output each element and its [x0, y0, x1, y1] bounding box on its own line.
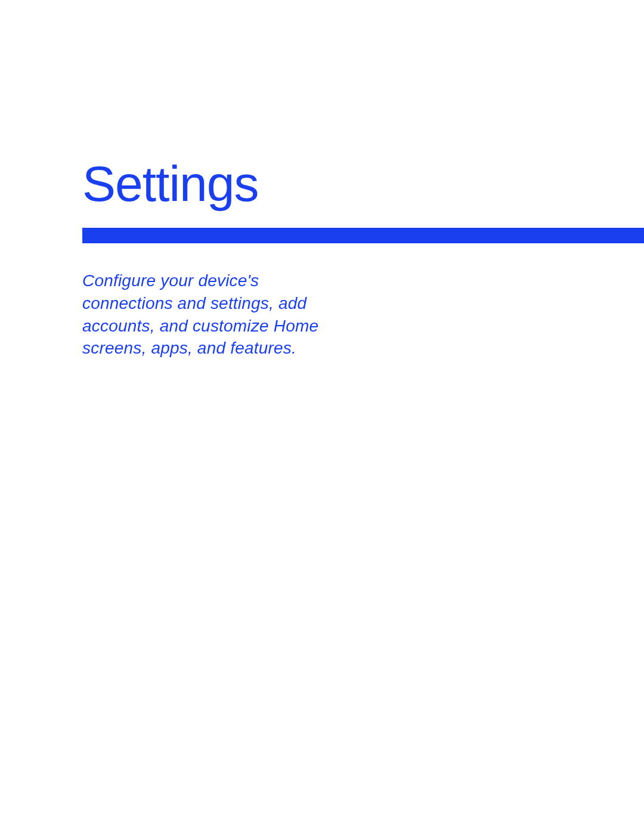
page-title: Settings — [82, 155, 259, 213]
page-description: Configure your device's connections and … — [82, 270, 339, 360]
title-divider — [82, 228, 644, 243]
